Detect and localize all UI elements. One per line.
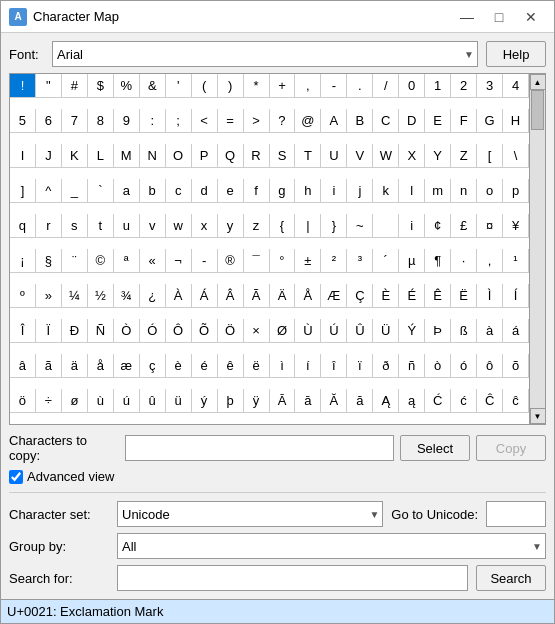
char-cell[interactable]: c	[166, 179, 192, 203]
char-cell[interactable]: ĉ	[503, 389, 529, 413]
char-cell[interactable]: ò	[425, 354, 451, 378]
char-cell[interactable]: (	[192, 74, 218, 98]
char-cell[interactable]: i	[399, 214, 425, 238]
char-cell[interactable]: ¡	[10, 249, 36, 273]
char-cell[interactable]: º	[10, 284, 36, 308]
char-cell[interactable]: 6	[36, 109, 62, 133]
char-cell[interactable]: ą	[399, 389, 425, 413]
char-cell[interactable]: Ï	[36, 319, 62, 343]
char-cell[interactable]: Â	[218, 284, 244, 308]
char-cell[interactable]: ¬	[166, 249, 192, 273]
char-cell[interactable]: ø	[62, 389, 88, 413]
char-cell[interactable]: N	[140, 144, 166, 168]
char-cell[interactable]: H	[503, 109, 529, 133]
select-button[interactable]: Select	[400, 435, 470, 461]
char-cell[interactable]: Ñ	[88, 319, 114, 343]
char-cell[interactable]: È	[373, 284, 399, 308]
char-cell[interactable]: Ð	[62, 319, 88, 343]
char-cell[interactable]: ]	[10, 179, 36, 203]
char-cell[interactable]: r	[36, 214, 62, 238]
char-cell[interactable]: ,	[477, 249, 503, 273]
char-cell[interactable]: õ	[503, 354, 529, 378]
char-cell[interactable]: o	[477, 179, 503, 203]
char-cell[interactable]: Õ	[192, 319, 218, 343]
char-cell[interactable]: #	[62, 74, 88, 98]
goto-unicode-input[interactable]	[486, 501, 546, 527]
char-cell[interactable]: !	[10, 74, 36, 98]
char-cell[interactable]: 4	[503, 74, 529, 98]
char-cell[interactable]: î	[321, 354, 347, 378]
char-cell[interactable]: ć	[451, 389, 477, 413]
char-cell[interactable]: ¥	[503, 214, 529, 238]
char-cell[interactable]: í	[295, 354, 321, 378]
char-cell[interactable]: M	[114, 144, 140, 168]
char-cell[interactable]: ð	[373, 354, 399, 378]
char-cell[interactable]: ¤	[477, 214, 503, 238]
char-cell[interactable]: [	[477, 144, 503, 168]
char-cell[interactable]: Þ	[425, 319, 451, 343]
advanced-view-label[interactable]: Advanced view	[27, 469, 114, 484]
char-cell[interactable]: ú	[114, 389, 140, 413]
maximize-button[interactable]: □	[484, 7, 514, 27]
char-cell[interactable]: Å	[295, 284, 321, 308]
char-cell[interactable]: Ă	[321, 389, 347, 413]
char-cell[interactable]: ç	[140, 354, 166, 378]
char-cell[interactable]: Í	[503, 284, 529, 308]
char-cell[interactable]: }	[321, 214, 347, 238]
char-cell[interactable]: ÷	[36, 389, 62, 413]
char-cell[interactable]: ā	[295, 389, 321, 413]
char-cell[interactable]: D	[399, 109, 425, 133]
char-cell[interactable]: Ø	[270, 319, 296, 343]
char-cell[interactable]: þ	[218, 389, 244, 413]
char-cell[interactable]: Ç	[347, 284, 373, 308]
char-cell[interactable]: Î	[10, 319, 36, 343]
char-cell[interactable]: Ë	[451, 284, 477, 308]
char-cell[interactable]: ó	[451, 354, 477, 378]
char-cell[interactable]: á	[503, 319, 529, 343]
scrollbar-down-button[interactable]: ▼	[530, 408, 546, 424]
char-cell[interactable]: y	[218, 214, 244, 238]
char-cell[interactable]: ã	[36, 354, 62, 378]
char-cell[interactable]: ù	[88, 389, 114, 413]
char-cell[interactable]: '	[166, 74, 192, 98]
char-cell[interactable]: %	[114, 74, 140, 98]
char-cell[interactable]: E	[425, 109, 451, 133]
char-cell[interactable]: ©	[88, 249, 114, 273]
char-cell[interactable]: m	[425, 179, 451, 203]
char-cell[interactable]: p	[503, 179, 529, 203]
char-cell[interactable]: q	[10, 214, 36, 238]
char-cell[interactable]: Z	[451, 144, 477, 168]
char-cell[interactable]	[373, 214, 399, 238]
char-cell[interactable]: >	[244, 109, 270, 133]
char-cell[interactable]: _	[62, 179, 88, 203]
char-cell[interactable]: &	[140, 74, 166, 98]
char-cell[interactable]: S	[270, 144, 296, 168]
char-cell[interactable]: ¶	[425, 249, 451, 273]
char-cell[interactable]: ă	[347, 389, 373, 413]
char-cell[interactable]: g	[270, 179, 296, 203]
char-cell[interactable]: J	[36, 144, 62, 168]
char-cell[interactable]: µ	[399, 249, 425, 273]
char-cell[interactable]: Ā	[270, 389, 296, 413]
char-cell[interactable]: w	[166, 214, 192, 238]
char-cell[interactable]: Ê	[425, 284, 451, 308]
char-cell[interactable]: ë	[244, 354, 270, 378]
char-cell[interactable]: 0	[399, 74, 425, 98]
char-cell[interactable]: ê	[218, 354, 244, 378]
char-cell[interactable]: Ó	[140, 319, 166, 343]
char-cell[interactable]: =	[218, 109, 244, 133]
char-cell[interactable]: T	[295, 144, 321, 168]
char-cell[interactable]: à	[477, 319, 503, 343]
char-cell[interactable]: å	[88, 354, 114, 378]
char-cell[interactable]: K	[62, 144, 88, 168]
char-cell[interactable]: ö	[10, 389, 36, 413]
char-cell[interactable]: ´	[373, 249, 399, 273]
char-cell[interactable]: ~	[347, 214, 373, 238]
char-cell[interactable]: Ì	[477, 284, 503, 308]
char-cell[interactable]: ¯	[244, 249, 270, 273]
char-cell[interactable]: ²	[321, 249, 347, 273]
char-cell[interactable]: 3	[477, 74, 503, 98]
char-cell[interactable]: ¿	[140, 284, 166, 308]
char-cell[interactable]: É	[399, 284, 425, 308]
char-cell[interactable]: h	[295, 179, 321, 203]
